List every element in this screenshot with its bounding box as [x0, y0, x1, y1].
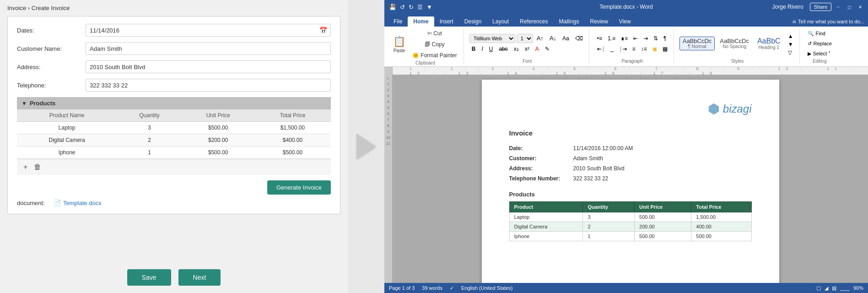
tab-home[interactable]: Home: [408, 16, 434, 27]
sort-button[interactable]: ⇅: [651, 34, 660, 43]
line-spacing-button[interactable]: ↕≡: [639, 44, 649, 54]
font-shrink-button[interactable]: A↓: [547, 34, 559, 43]
delete-product-button[interactable]: 🗑: [32, 162, 43, 172]
window-controls: Jorge Rivero Share − ◻ ✕: [772, 3, 864, 11]
styles-expand[interactable]: ▽: [786, 49, 796, 57]
tab-insert[interactable]: Insert: [434, 16, 459, 27]
word-count: 39 words: [422, 285, 442, 291]
ruler-mark: 8: [387, 124, 389, 128]
tab-design[interactable]: Design: [459, 16, 487, 27]
decrease-indent-button[interactable]: ⇤: [631, 34, 640, 43]
cut-button[interactable]: ✄ Cut: [410, 28, 460, 38]
maximize-button[interactable]: ◻: [845, 3, 853, 11]
font-color-button[interactable]: A: [533, 44, 541, 54]
align-left-button[interactable]: ⇤⎰: [595, 44, 607, 54]
change-case-button[interactable]: Aa: [560, 34, 571, 43]
align-center-button[interactable]: ⎯: [608, 44, 616, 54]
tell-me-input[interactable]: ☠ Tell me what you want to do...: [792, 19, 864, 25]
document-label: document:: [17, 200, 54, 206]
breadcrumb-text: Invoice › Create Invoice: [7, 5, 70, 11]
doc-info-val: 11/14/2016 12:00:00 AM: [573, 145, 633, 152]
styles-scroll-up[interactable]: ▲: [786, 32, 796, 40]
doc-scroll-area[interactable]: bizagi Invoice Date: 11/14/2016 12:00:00…: [393, 75, 868, 283]
copy-button[interactable]: 🗐 Copy: [410, 39, 460, 49]
replace-label: Replace: [814, 41, 832, 46]
font-grow-button[interactable]: A↑: [534, 34, 546, 43]
number-list-button[interactable]: 1.≡: [605, 34, 618, 43]
superscript-button[interactable]: x²: [523, 44, 532, 54]
select-icon: ▶: [808, 51, 811, 57]
telephone-input[interactable]: [86, 79, 331, 92]
increase-indent-button[interactable]: ⇥: [641, 34, 650, 43]
tab-references[interactable]: References: [514, 16, 553, 27]
clipboard-sub-buttons: ✄ Cut 🗐 Copy 🌞 Format Painter: [410, 28, 460, 60]
share-button[interactable]: Share: [810, 3, 831, 11]
doc-products-table: ProductQuantityUnit PriceTotal Price Lap…: [509, 201, 752, 241]
select-button[interactable]: ▶ Select ˅: [805, 49, 834, 58]
customer-input[interactable]: [86, 42, 331, 55]
tab-view[interactable]: View: [614, 16, 636, 27]
replace-button[interactable]: ↺ Replace: [805, 39, 834, 48]
minimize-button[interactable]: −: [834, 3, 842, 11]
dates-input[interactable]: [86, 24, 331, 37]
word-page: bizagi Invoice Date: 11/14/2016 12:00:00…: [482, 80, 779, 283]
save-icon[interactable]: 💾: [388, 3, 397, 11]
find-label: Find: [816, 31, 825, 36]
screenshot-icon[interactable]: ☰: [416, 3, 424, 11]
generate-invoice-button[interactable]: Generate Invoice: [267, 180, 331, 195]
format-painter-button[interactable]: 🌞 Format Painter: [410, 50, 460, 60]
underline-button[interactable]: U: [487, 44, 496, 54]
zoom-slider[interactable]: ⎯⎯⎯: [840, 285, 850, 291]
subscript-button[interactable]: x₂: [512, 44, 521, 54]
show-marks-button[interactable]: ¶: [661, 34, 669, 43]
justify-button[interactable]: ≡: [630, 44, 638, 54]
font-family-select[interactable]: Titillium Web: [469, 34, 515, 43]
view-web-icon[interactable]: ◢: [825, 285, 828, 291]
tab-mailings[interactable]: Mailings: [553, 16, 584, 27]
redo-icon[interactable]: ↻: [408, 3, 415, 11]
align-buttons: ⇤⎰ ⎯ ⎰⇥ ≡ ↕≡ ◼ ▩: [595, 44, 670, 54]
bold-button[interactable]: B: [469, 44, 478, 54]
style-normal[interactable]: AaBbCcDc ¶ Normal: [679, 37, 715, 50]
undo-icon[interactable]: ↺: [399, 3, 406, 11]
products-header[interactable]: ▼ Products: [17, 97, 331, 109]
paste-icon: 📋: [393, 36, 405, 48]
add-product-button[interactable]: +: [22, 162, 29, 172]
styles-scroll-down[interactable]: ▼: [786, 40, 796, 49]
align-right-button[interactable]: ⎰⇥: [617, 44, 629, 54]
view-print-icon[interactable]: ▢: [816, 285, 821, 291]
style-heading1[interactable]: AaBbC Heading 1: [754, 36, 784, 51]
telephone-label: Telephone:: [17, 82, 86, 89]
customer-label: Customer Name:: [17, 45, 86, 52]
style-nospacing[interactable]: AaBbCcDc No Spacing: [717, 37, 752, 50]
font-size-select[interactable]: 11: [517, 34, 533, 43]
tab-layout[interactable]: Layout: [487, 16, 514, 27]
find-button[interactable]: 🔍 Find: [805, 29, 834, 38]
ribbon-group-editing: 🔍 Find ↺ Replace ▶ Select ˅ Editing: [802, 28, 838, 65]
close-button[interactable]: ✕: [856, 3, 864, 11]
document-link[interactable]: 📄 Template.docx: [54, 199, 102, 206]
highlight-button[interactable]: ✎: [543, 44, 552, 54]
address-input[interactable]: [86, 60, 331, 73]
italic-button[interactable]: I: [479, 44, 485, 54]
col-total-price: Total Price: [254, 109, 331, 122]
paste-button[interactable]: 📋 Paste: [391, 34, 408, 54]
next-button[interactable]: Next: [178, 269, 221, 286]
multi-list-button[interactable]: ∎≡: [619, 34, 630, 43]
view-read-icon[interactable]: ▤: [832, 285, 836, 291]
borders-button[interactable]: ▩: [660, 44, 670, 54]
strikethrough-button[interactable]: abc: [496, 44, 510, 54]
shading-button[interactable]: ◼: [650, 44, 659, 54]
tab-file[interactable]: File: [388, 16, 408, 27]
bullet-list-button[interactable]: •≡: [595, 34, 604, 43]
clear-format-button[interactable]: ⌫: [573, 34, 585, 43]
ruler-mark: 11: [386, 141, 390, 146]
tab-review[interactable]: Review: [584, 16, 613, 27]
bizagi-hex-icon: [707, 103, 720, 115]
doc-col-header: Total Price: [691, 202, 751, 212]
dropdown-icon[interactable]: ▼: [426, 3, 433, 11]
generate-btn-row: Generate Invoice: [17, 180, 331, 195]
save-button[interactable]: Save: [127, 269, 171, 286]
arrow-container: [348, 0, 384, 293]
doc-info-key: Date:: [509, 145, 573, 152]
